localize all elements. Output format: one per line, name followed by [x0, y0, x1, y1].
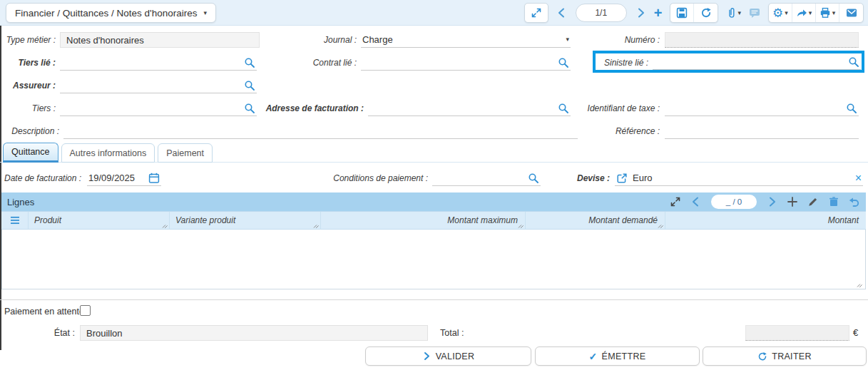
resize-handle-icon[interactable]: [313, 222, 319, 228]
chevron-right-icon[interactable]: [766, 196, 777, 207]
conditions-paiement-label: Conditions de paiement :: [328, 173, 428, 183]
chevron-right-icon: [422, 351, 432, 361]
edit-line-icon[interactable]: [807, 196, 819, 207]
search-icon[interactable]: [848, 56, 859, 68]
column-montant-demande[interactable]: Montant demandé: [526, 212, 665, 229]
tab-quittance-label: Quittance: [11, 147, 50, 157]
chevron-down-icon: ▾: [566, 36, 569, 43]
valider-button-label: VALIDER: [436, 351, 475, 361]
search-icon[interactable]: [528, 173, 539, 184]
toolbar-actions: 1/1 + ▾: [524, 3, 864, 23]
paiement-attente-label: Paiement en attente :: [4, 307, 89, 317]
etat-label: État :: [39, 328, 75, 338]
contrat-lie-field[interactable]: [361, 55, 571, 71]
attachments-button[interactable]: ▾: [726, 7, 741, 19]
paiement-attente-checkbox[interactable]: [80, 305, 91, 316]
tiers-label: Tiers :: [0, 103, 56, 113]
search-icon[interactable]: [244, 57, 255, 68]
column-montant-label: Montant: [828, 215, 859, 225]
resize-handle-icon[interactable]: [658, 222, 663, 228]
sinistre-lie-label: Sinistre lié :: [596, 58, 648, 68]
type-metier-label: Type métier :: [0, 35, 56, 45]
etat-value: Brouillon: [86, 328, 422, 339]
emettre-button[interactable]: ✓ ÉMETTRE: [535, 346, 700, 366]
clear-devise-icon[interactable]: ×: [855, 173, 862, 184]
etat-field: Brouillon: [80, 325, 428, 341]
type-metier-value: Notes d'honoraires: [66, 35, 253, 46]
next-record-button[interactable]: [635, 7, 646, 19]
tab-paiement[interactable]: Paiement: [158, 143, 213, 163]
comment-icon: [749, 7, 760, 19]
numero-label: Numéro :: [588, 35, 660, 45]
share-menu-button[interactable]: ▾: [792, 4, 816, 22]
identifiant-taxe-label: Identifiant de taxe :: [578, 103, 660, 113]
column-variante-produit[interactable]: Variante produit: [170, 212, 321, 229]
conditions-paiement-field[interactable]: [432, 170, 541, 186]
save-button[interactable]: [670, 4, 694, 22]
search-icon[interactable]: [846, 103, 857, 114]
expand-icon[interactable]: [670, 196, 681, 207]
journal-label: Journal :: [285, 35, 357, 45]
calendar-icon[interactable]: [148, 173, 160, 184]
search-icon[interactable]: [558, 103, 569, 114]
search-icon[interactable]: [244, 80, 255, 91]
contrat-lie-label: Contrat lié :: [285, 58, 357, 68]
column-montant-maximum[interactable]: Montant maximum: [321, 212, 526, 229]
tab-quittance[interactable]: Quittance: [3, 143, 58, 163]
column-produit[interactable]: Produit: [29, 212, 170, 229]
save-refresh-group: [670, 3, 718, 23]
reference-field[interactable]: [665, 123, 859, 139]
resize-handle-icon[interactable]: [857, 282, 862, 287]
resize-handle-icon[interactable]: [162, 222, 168, 228]
new-record-button[interactable]: +: [654, 6, 663, 20]
email-button[interactable]: [839, 4, 863, 22]
refresh-icon: [700, 7, 712, 19]
identifiant-taxe-field[interactable]: [665, 101, 859, 116]
add-line-icon[interactable]: [787, 196, 798, 207]
envelope-icon: [846, 7, 857, 19]
breadcrumb-menu-button[interactable]: Financier / Quittances / Notes d'honorai…: [6, 3, 216, 23]
sinistre-lie-field[interactable]: [653, 54, 861, 70]
description-field[interactable]: [63, 123, 578, 139]
search-icon[interactable]: [244, 103, 255, 114]
traiter-button[interactable]: TRAITER: [703, 346, 867, 366]
chevron-down-icon: ▾: [203, 10, 207, 16]
chevron-down-icon: ▾: [737, 10, 741, 16]
journal-select[interactable]: Charge ▾: [361, 32, 571, 48]
chevron-right-icon: [635, 7, 646, 19]
comments-button[interactable]: [749, 7, 760, 19]
refresh-button[interactable]: [694, 4, 718, 22]
expand-button[interactable]: [524, 3, 548, 23]
date-facturation-value: 19/09/2025: [88, 173, 148, 183]
save-icon: [676, 7, 688, 19]
date-facturation-field[interactable]: 19/09/2025: [87, 170, 161, 186]
assureur-field[interactable]: [60, 78, 257, 93]
record-pagination[interactable]: 1/1: [576, 4, 627, 22]
undo-icon[interactable]: [849, 196, 860, 207]
search-icon[interactable]: [558, 57, 569, 68]
sinistre-lie-highlight: Sinistre lié :: [593, 51, 864, 73]
lignes-table-body[interactable]: [1, 230, 866, 289]
adresse-facturation-field[interactable]: [368, 101, 571, 116]
window-left-edge: [0, 26, 1, 350]
external-link-icon[interactable]: [616, 173, 628, 184]
column-menu-cell[interactable]: [1, 212, 29, 229]
delete-line-icon[interactable]: [828, 196, 839, 207]
valider-button[interactable]: VALIDER: [365, 346, 531, 366]
lignes-pagination[interactable]: _ / 0: [711, 195, 757, 209]
tiers-field[interactable]: [60, 101, 257, 116]
chevron-down-icon: ▾: [809, 10, 812, 16]
previous-record-button[interactable]: [556, 7, 568, 19]
lignes-panel-header: Lignes _ / 0: [1, 192, 866, 211]
tab-autres-informations[interactable]: Autres informations: [61, 143, 155, 163]
chevron-left-icon[interactable]: [690, 196, 702, 207]
tab-paiement-label: Paiement: [166, 148, 204, 158]
tiers-lie-field[interactable]: [60, 55, 257, 71]
settings-menu-button[interactable]: ⚙ ▾: [769, 4, 792, 22]
devise-label: Devise :: [567, 173, 610, 183]
devise-field[interactable]: Euro ×: [615, 170, 863, 186]
print-menu-button[interactable]: ▾: [816, 4, 839, 22]
column-montant[interactable]: Montant: [665, 212, 866, 229]
resize-handle-icon[interactable]: [518, 222, 524, 228]
tab-bar: Quittance Autres informations Paiement: [3, 143, 213, 163]
